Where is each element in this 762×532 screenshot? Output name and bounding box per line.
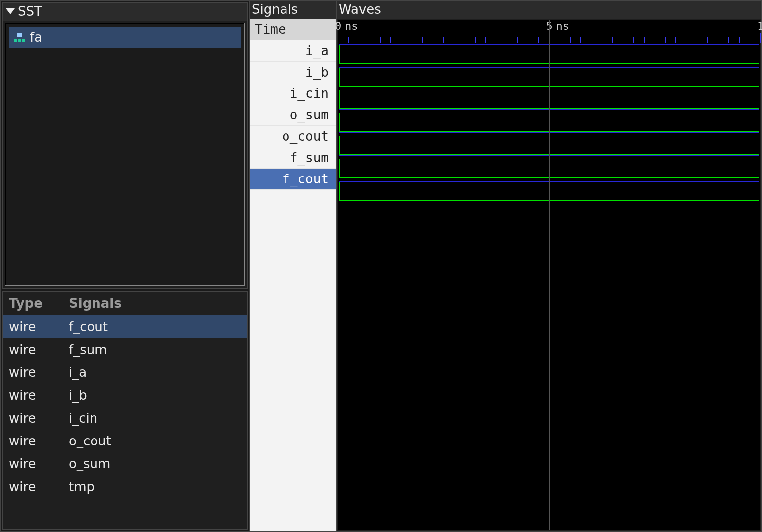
time-gridline-5ns (549, 20, 550, 530)
col-header-signals[interactable]: Signals (69, 296, 241, 311)
cell-type: wire (9, 479, 54, 494)
tick-unit: ns (556, 20, 570, 32)
cell-name: i_b (69, 388, 241, 403)
cell-name: f_sum (69, 342, 241, 357)
cell-name: i_cin (69, 411, 241, 426)
cell-name: f_cout (69, 319, 241, 334)
tick-unit: ns (345, 20, 358, 32)
cell-type: wire (9, 456, 54, 471)
cell-type: wire (9, 342, 54, 357)
signal-item[interactable]: f_cout (250, 169, 336, 190)
time-row[interactable]: Time (250, 19, 336, 40)
tree-module-fa[interactable]: fa (9, 27, 241, 48)
signal-item[interactable]: i_a (250, 40, 336, 62)
signal-item[interactable]: f_sum (250, 147, 336, 169)
cell-type: wire (9, 319, 54, 334)
signals-panel: Signals Time i_ai_bi_cino_sumo_coutf_sum… (250, 1, 337, 531)
table-row[interactable]: wire f_cout (3, 315, 247, 338)
waves-title: Waves (339, 2, 381, 17)
signals-title: Signals (252, 2, 298, 17)
signal-item[interactable]: i_cin (250, 83, 336, 104)
signals-list[interactable]: Time i_ai_bi_cino_sumo_coutf_sumf_cout (250, 19, 336, 531)
signal-item[interactable]: o_sum (250, 104, 336, 126)
table-row[interactable]: wire o_cout (3, 430, 247, 452)
collapse-icon[interactable] (6, 8, 15, 14)
left-column: SST fa Type Signals wire f_coutwire (1, 1, 250, 531)
signal-item[interactable]: i_b (250, 62, 336, 83)
cell-name: tmp (69, 479, 241, 494)
cell-name: i_a (69, 365, 241, 380)
cell-type: wire (9, 365, 54, 380)
col-header-type[interactable]: Type (9, 296, 54, 311)
cell-type: wire (9, 434, 54, 448)
table-row[interactable]: wire tmp (3, 475, 247, 498)
signal-table-header: Type Signals (3, 292, 247, 315)
waves-panel-header: Waves (337, 1, 761, 19)
tick-label: 0 (335, 20, 341, 32)
signal-table-panel: Type Signals wire f_coutwire f_sumwire i… (2, 291, 248, 530)
module-icon (14, 33, 25, 42)
table-row[interactable]: wire i_a (3, 361, 247, 384)
cell-type: wire (9, 388, 54, 403)
cell-name: o_cout (69, 434, 241, 448)
tick-label: 10 (757, 20, 762, 32)
sst-panel: SST fa (2, 2, 248, 289)
table-row[interactable]: wire i_cin (3, 407, 247, 430)
signal-item[interactable]: o_cout (250, 126, 336, 147)
sst-tree[interactable]: fa (5, 23, 245, 286)
sst-panel-header[interactable]: SST (3, 3, 247, 21)
table-row[interactable]: wire f_sum (3, 338, 247, 361)
tree-module-label: fa (30, 30, 42, 45)
waves-viewport[interactable]: 0ns5ns10ns (338, 20, 760, 530)
waves-panel: Waves 0ns5ns10ns (337, 1, 761, 531)
table-row[interactable]: wire i_b (3, 384, 247, 407)
signals-panel-header: Signals (250, 1, 336, 19)
app-root: SST fa Type Signals wire f_coutwire (0, 0, 762, 532)
cell-type: wire (9, 411, 54, 426)
sst-title: SST (18, 4, 42, 19)
table-row[interactable]: wire o_sum (3, 452, 247, 475)
cell-name: o_sum (69, 456, 241, 471)
signal-table-body[interactable]: wire f_coutwire f_sumwire i_awire i_bwir… (3, 315, 247, 498)
